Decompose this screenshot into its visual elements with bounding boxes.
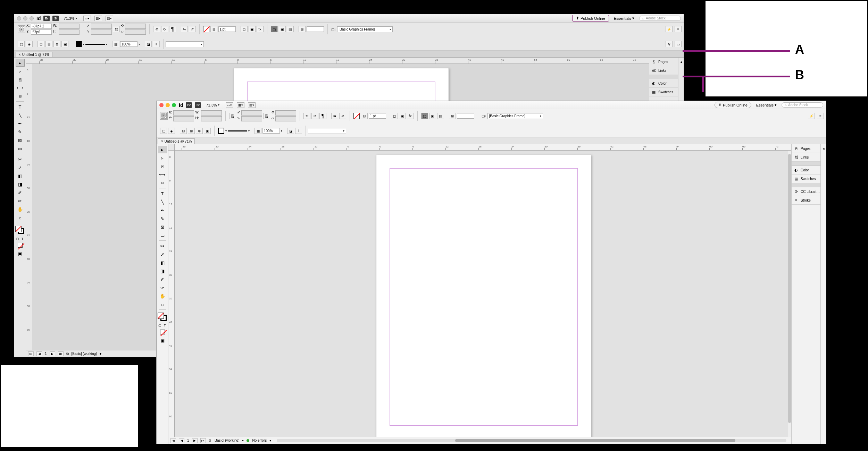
next-page-icon[interactable]: ▶ [50,351,55,356]
publish-online-button[interactable]: ⬆Publish Online [572,15,609,22]
gradient-swatch-tool-icon[interactable]: ◧ [158,259,167,266]
select-content-icon[interactable]: ◈ [26,41,33,47]
note-tool-icon[interactable]: ✐ [16,189,25,196]
x-input[interactable] [31,24,52,29]
wrap-around-icon[interactable]: ▣ [429,113,436,119]
next-page-icon[interactable]: ▶ [192,438,198,443]
close-window-icon[interactable] [159,103,164,107]
wrap-jump-icon[interactable]: ▤ [437,113,444,119]
line-tool-icon[interactable]: ╲ [158,198,167,206]
bridge-icon[interactable]: Br [43,16,50,21]
y-input[interactable] [173,116,194,121]
eyedropper-tool-icon[interactable]: ✑ [158,284,167,291]
rectangle-frame-tool-icon[interactable]: ⊠ [158,223,167,231]
open-docs-icon[interactable]: ⧉ [209,439,211,443]
page-tool-icon[interactable]: ⎘ [158,162,167,170]
fill-none-swatch[interactable] [353,113,360,119]
preflight-profile[interactable]: [Basic] (working) [214,439,240,442]
zoom-level-field[interactable]: 71.3%▾ [206,103,219,107]
inset-input[interactable] [307,26,324,32]
pen-tool-icon[interactable]: ✒ [16,120,25,127]
expand-panels-icon[interactable]: ◂ [680,60,682,64]
panel-menu-icon[interactable]: ≡ [675,26,682,32]
type-tool-icon[interactable]: T [16,103,25,111]
workspace-switcher[interactable]: Essentials▾ [612,15,636,21]
document-tab[interactable]: ×Untitled-1 @ 71% [16,52,52,57]
gap-tool-icon[interactable]: ⟷ [16,84,25,92]
horizontal-ruler[interactable]: -36-30-24-18-12-606121824303642485460667… [168,144,791,151]
pencil-tool-icon[interactable]: ✎ [16,128,25,136]
first-page-icon[interactable]: ⏮ [28,351,34,356]
flip-vertical-icon[interactable]: ⇵ [339,113,346,119]
align-icon[interactable]: ⫴ [295,128,302,134]
hand-tool-icon[interactable]: ✋ [158,292,167,300]
screen-mode-tool-icon[interactable]: ▣ [158,337,167,344]
content-collector-tool-icon[interactable]: ⧈ [158,179,167,187]
screen-mode-icon[interactable]: ▭ [675,41,682,47]
pasteboard[interactable] [175,151,788,437]
vertical-scrollbar-thumb[interactable] [788,154,791,423]
expand-panels-icon[interactable]: ◂ [823,146,825,151]
ruler-origin-icon[interactable] [26,58,32,64]
free-transform-tool-icon[interactable]: ⤢ [158,250,167,258]
secondary-style-select[interactable] [166,41,204,47]
fit-content-icon[interactable]: ⊡ [37,41,44,47]
free-transform-tool-icon[interactable]: ⤢ [16,164,25,171]
fitting-icon[interactable]: ⊞ [299,26,306,32]
prev-page-icon[interactable]: ◀ [36,351,42,356]
selection-tool-icon[interactable]: ▸ [158,146,167,153]
pen-tool-icon[interactable]: ✒ [158,206,167,214]
opacity-input[interactable] [262,128,280,134]
flip-horizontal-icon[interactable]: ⇋ [181,26,188,32]
gradient-swatch-tool-icon[interactable]: ◧ [16,172,25,180]
fit-frame-icon[interactable]: ⊞ [45,41,52,47]
shear-input[interactable] [275,116,296,121]
h-input[interactable] [201,116,222,121]
stock-icon[interactable]: St [52,16,59,21]
y-input[interactable] [31,29,52,35]
flip-vertical-icon[interactable]: ⇵ [189,26,196,32]
select-container-icon[interactable]: ▢ [160,128,167,134]
fit-content-icon[interactable]: ⊡ [180,128,187,134]
minimize-window-icon[interactable] [23,16,27,20]
fill-proportional-icon[interactable]: ▣ [61,41,68,47]
wrap-none-icon[interactable]: ▢ [271,26,278,32]
gpu-performance-icon[interactable]: ⚡ [808,113,815,119]
pencil-tool-icon[interactable]: ✎ [158,215,167,222]
secondary-style-select[interactable] [308,128,346,134]
reference-point-proxy[interactable] [18,25,25,33]
note-tool-icon[interactable]: ✐ [158,275,167,283]
format-text-icon[interactable]: T [20,236,25,241]
last-page-icon[interactable]: ⏭ [58,351,64,356]
flip-horizontal-icon[interactable]: ⇋ [331,113,338,119]
prev-page-icon[interactable]: ◀ [179,438,184,443]
open-docs-icon[interactable]: ⧉ [66,352,69,356]
document-tab[interactable]: ×Untitled-1 @ 71% [158,138,195,144]
eyedropper-tool-icon[interactable]: ✑ [16,197,25,205]
rotate-ccw-icon[interactable]: ⟲ [153,26,160,32]
fill-none-swatch[interactable] [203,26,209,32]
minimize-window-icon[interactable] [166,103,170,107]
rectangle-tool-icon[interactable]: ▭ [158,231,167,239]
fill-color-swatch[interactable] [218,128,224,134]
view-option-1[interactable]: ▭▾ [226,102,233,108]
stroke-style-preview[interactable] [85,44,105,45]
view-option-1[interactable]: ▭▾ [83,16,91,21]
horizontal-scrollbar[interactable] [277,439,786,442]
bridge-icon[interactable]: Br [186,102,192,108]
link-scale-icon[interactable]: ⛓ [263,113,270,119]
panel-menu-icon[interactable]: ≡ [817,113,824,119]
gap-tool-icon[interactable]: ⟷ [158,171,167,178]
select-content-icon[interactable]: ◈ [168,128,175,134]
effects-icon[interactable]: fx [257,26,264,32]
scale-x-input[interactable] [241,110,262,116]
select-container-icon[interactable]: ▢ [18,41,25,47]
page-number-field[interactable]: 1 [45,352,47,356]
gradient-feather-tool-icon[interactable]: ◨ [158,267,167,275]
rectangle-frame-tool-icon[interactable]: ⊠ [16,136,25,144]
adobe-stock-search[interactable]: ⌕Adobe Stock [639,16,681,21]
w-input[interactable] [59,24,80,29]
zoom-tool-icon[interactable]: ⌕ [16,214,25,221]
rotate-cw-icon[interactable]: ⟳ [161,26,168,32]
fill-proxy-icon[interactable] [158,313,164,319]
